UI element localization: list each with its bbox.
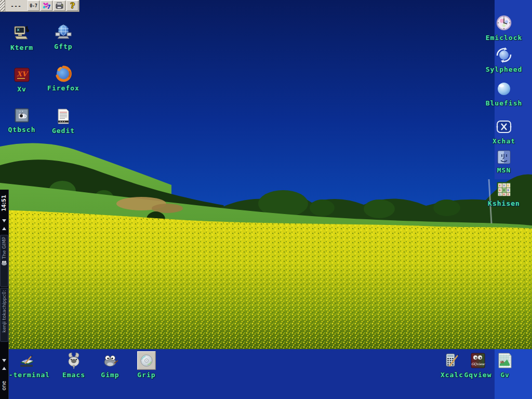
grip-icon — [137, 351, 156, 370]
desktop-pager-label[interactable]: one — [0, 372, 8, 399]
task-title: The GIMP — [0, 237, 8, 259]
desktop-icon-emiclock[interactable]: Emiclock — [484, 14, 524, 42]
svg-text:9: 9 — [503, 193, 505, 196]
pager-scroll-down-arrow[interactable] — [0, 356, 8, 364]
desktop-icon-gimp[interactable]: Gimp — [89, 351, 131, 379]
icon-label: e-terminal — [4, 371, 50, 379]
gimp-wilber-mini-icon — [1, 260, 7, 266]
pager-scroll-up-arrow[interactable] — [0, 364, 8, 372]
icon-label: Kshisen — [488, 200, 520, 207]
bluefish-icon — [495, 79, 513, 98]
task-title: kenji tokachippc0: — [0, 290, 8, 332]
svg-text:X: X — [503, 184, 505, 187]
icon-label: Gftp — [54, 43, 72, 50]
triangle-down-icon — [2, 359, 6, 362]
triangle-down-icon — [2, 219, 6, 222]
svg-text:X: X — [508, 193, 509, 196]
toolbar-drag-handle[interactable] — [0, 0, 5, 11]
clock-text: 14:51 — [0, 195, 8, 211]
desktop-icon-bluefish[interactable]: Bluefish — [484, 79, 524, 107]
wnn7-button[interactable]: 7 — [41, 1, 52, 11]
icon-label: Gv — [500, 371, 510, 379]
icon-label: Gimp — [101, 371, 119, 379]
gimp-icon — [101, 351, 119, 370]
xv-icon: XV — [12, 65, 31, 84]
firefox-icon — [54, 64, 73, 83]
icon-label: Emacs — [62, 371, 85, 379]
tasklist-scroll-up-arrow[interactable] — [0, 224, 8, 232]
icon-label: Qtbsch — [8, 126, 36, 134]
desktop-icon-msn[interactable]: MSN — [484, 150, 524, 174]
desktop-icon-qtbsch[interactable]: Qtbsch — [1, 106, 43, 134]
svg-text:B: B — [508, 189, 509, 192]
desktop-icon-gftp[interactable]: Gftp — [43, 23, 84, 50]
sylpheed-icon — [495, 46, 513, 64]
svg-text:X: X — [503, 189, 505, 192]
printer-icon — [55, 2, 64, 10]
question-mark-icon: ? — [70, 2, 74, 10]
e-terminal-icon — [18, 351, 36, 370]
gv-icon: 65 — [496, 351, 514, 370]
tasklist-scroll-down-arrow[interactable] — [0, 217, 8, 224]
gedit-icon — [54, 107, 73, 126]
gftp-icon — [54, 23, 73, 42]
help-button[interactable]: ? — [66, 1, 78, 11]
desktop-icon-kterm[interactable]: Kterm — [1, 24, 43, 51]
desktop-icon-emacs[interactable]: Emacs — [53, 351, 95, 379]
svg-text:XV: XV — [17, 70, 29, 78]
kana-mode-button[interactable]: 0-7 — [28, 1, 39, 11]
emiclock-icon — [495, 14, 513, 33]
icon-label: Emiclock — [486, 34, 523, 42]
triangle-up-icon — [2, 227, 6, 230]
desktop-icon-gedit[interactable]: Gedit — [43, 107, 84, 135]
emacs-icon — [64, 351, 83, 370]
desktop-icon-kshisen[interactable]: XX B9 XB 19 X Kshisen — [484, 180, 524, 207]
xchat-icon — [495, 117, 513, 136]
icon-label: Firefox — [47, 84, 79, 92]
svg-text:X: X — [499, 184, 501, 187]
task-tab-kterm[interactable]: kenji tokachippc0: — [0, 288, 8, 342]
icon-label: Sylpheed — [486, 65, 523, 73]
msn-icon — [496, 150, 512, 165]
icon-label: Bluefish — [486, 99, 523, 107]
wnn7-butterfly-icon: 7 — [42, 2, 51, 10]
svg-text:B: B — [508, 184, 509, 187]
icon-label: MSN — [497, 166, 511, 174]
kshisen-icon: XX B9 XB 19 X — [495, 180, 513, 198]
icon-label: Kterm — [10, 44, 33, 51]
vertical-taskbar: 14:51 The GIMP kenji tokachippc0: one — [0, 190, 9, 399]
taskbar-clock: 14:51 — [0, 190, 8, 217]
icon-label: Gedit — [52, 127, 75, 135]
qtbsch-icon — [12, 106, 31, 125]
task-tab-the-gimp[interactable]: The GIMP — [0, 235, 8, 287]
triangle-up-icon — [2, 367, 6, 370]
svg-text:9: 9 — [499, 189, 501, 192]
input-method-toolbar: --- 0-7 7 ? — [0, 0, 79, 12]
icon-label: Grip — [137, 371, 155, 379]
desktop-name-text: one — [0, 381, 8, 391]
gqview-icon: GQview — [469, 351, 487, 370]
svg-text:1: 1 — [499, 193, 501, 196]
desktop-icon-sylpheed[interactable]: Sylpheed — [484, 46, 524, 73]
desktop-icon-xv[interactable]: XV Xv — [1, 65, 43, 93]
svg-text:65: 65 — [500, 360, 504, 364]
icon-label: Xchat — [493, 137, 515, 145]
desktop-icon-grip[interactable]: Grip — [126, 351, 167, 379]
icon-label: Xv — [17, 85, 26, 93]
dictionary-button[interactable] — [54, 1, 65, 11]
kterm-icon — [12, 24, 31, 43]
desktop-icon-gv[interactable]: 65 Gv — [485, 351, 525, 379]
desktop-icon-firefox[interactable]: Firefox — [43, 64, 84, 92]
gqview-logo-text: GQview — [471, 362, 485, 366]
wallpaper-flower-field — [0, 0, 532, 349]
input-mode-button[interactable]: --- — [5, 0, 27, 11]
kana-mode-icon: 0-7 — [30, 4, 37, 8]
desktop-icon-xchat[interactable]: Xchat — [484, 117, 524, 145]
desktop-root: --- 0-7 7 ? — [0, 0, 532, 399]
svg-text:7: 7 — [47, 4, 51, 10]
